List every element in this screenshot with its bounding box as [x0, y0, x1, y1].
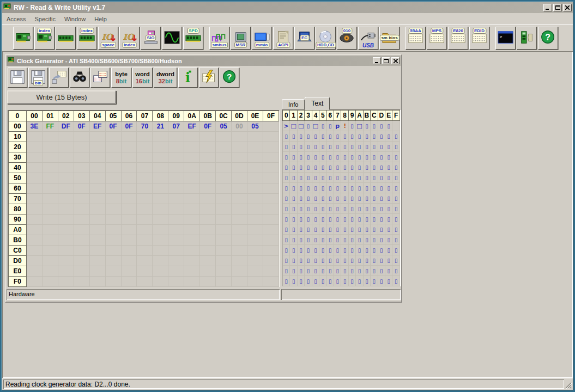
tb-clock-wave[interactable]	[162, 27, 182, 50]
menu-access[interactable]: Access	[2, 15, 30, 23]
hex-cell[interactable]	[137, 256, 153, 266]
hex-cell[interactable]	[168, 152, 184, 163]
hex-cell[interactable]	[153, 225, 168, 235]
hex-cell[interactable]	[89, 246, 105, 256]
hex-cell[interactable]	[42, 142, 58, 152]
hex-cell[interactable]	[184, 204, 200, 215]
hex-cell[interactable]	[137, 235, 153, 246]
hex-cell[interactable]	[247, 277, 263, 287]
hex-cell[interactable]	[263, 204, 279, 215]
clock-window-title-bar[interactable]: Clock Generator - ATI SB400/SB600/SB700/…	[7, 56, 401, 66]
hex-cell[interactable]	[89, 163, 105, 173]
hex-cell[interactable]	[216, 173, 232, 183]
hex-cell[interactable]	[89, 152, 105, 163]
hex-cell[interactable]	[200, 246, 216, 256]
hex-cell[interactable]	[263, 152, 279, 163]
hex-cell[interactable]	[263, 215, 279, 225]
tb-disk-010[interactable]: 010	[337, 27, 357, 50]
minimize-button[interactable]	[543, 4, 552, 11]
hex-cell[interactable]	[200, 163, 216, 173]
hex-cell[interactable]	[121, 183, 137, 194]
hex-cell[interactable]	[58, 266, 74, 277]
hex-cell[interactable]: 3E	[26, 121, 42, 132]
hex-cell[interactable]	[153, 142, 168, 152]
hex-cell[interactable]	[105, 163, 121, 173]
hex-cell[interactable]	[232, 194, 247, 204]
hex-cell[interactable]	[247, 163, 263, 173]
hex-cell[interactable]	[247, 132, 263, 142]
hex-cell[interactable]	[232, 246, 247, 256]
hex-cell[interactable]	[105, 152, 121, 163]
clock-close-button[interactable]	[391, 57, 400, 64]
hex-cell[interactable]	[121, 246, 137, 256]
hex-cell[interactable]	[137, 266, 153, 277]
hex-cell[interactable]	[58, 277, 74, 287]
hex-cell[interactable]	[184, 215, 200, 225]
hex-cell[interactable]	[200, 256, 216, 266]
close-button[interactable]	[563, 4, 572, 11]
tb-console[interactable]: >	[495, 27, 516, 50]
hex-cell[interactable]	[168, 266, 184, 277]
hex-cell[interactable]	[137, 277, 153, 287]
tb-memory[interactable]	[56, 27, 76, 50]
hex-cell[interactable]	[200, 142, 216, 152]
hex-cell[interactable]	[184, 173, 200, 183]
hex-cell[interactable]	[184, 235, 200, 246]
hex-cell[interactable]	[168, 235, 184, 246]
hex-cell[interactable]	[200, 152, 216, 163]
hex-cell[interactable]	[26, 277, 42, 287]
hex-cell[interactable]	[74, 132, 89, 142]
hex-cell[interactable]	[184, 163, 200, 173]
tb-usb[interactable]: USB	[358, 27, 378, 50]
hex-cell[interactable]	[74, 183, 89, 194]
hex-cell[interactable]	[121, 266, 137, 277]
hex-cell[interactable]	[42, 152, 58, 163]
hex-cell[interactable]	[121, 225, 137, 235]
hex-cell[interactable]	[216, 142, 232, 152]
hex-cell[interactable]	[263, 121, 279, 132]
hex-cell[interactable]	[42, 246, 58, 256]
hex-cell[interactable]	[74, 256, 89, 266]
hex-cell[interactable]	[89, 183, 105, 194]
hex-cell[interactable]	[263, 173, 279, 183]
hex-cell[interactable]	[121, 256, 137, 266]
hex-cell[interactable]	[137, 183, 153, 194]
hex-cell[interactable]	[232, 215, 247, 225]
hex-cell[interactable]	[137, 246, 153, 256]
hex-cell[interactable]	[105, 173, 121, 183]
hex-cell[interactable]	[216, 183, 232, 194]
hex-cell[interactable]	[168, 183, 184, 194]
hex-cell[interactable]	[263, 194, 279, 204]
hex-cell[interactable]	[137, 132, 153, 142]
hex-cell[interactable]	[89, 194, 105, 204]
hex-cell[interactable]	[232, 163, 247, 173]
hex-cell[interactable]	[216, 256, 232, 266]
hex-cell[interactable]	[26, 163, 42, 173]
hex-cell[interactable]	[184, 256, 200, 266]
hex-cell[interactable]: EF	[89, 121, 105, 132]
hex-cell[interactable]	[137, 225, 153, 235]
hex-cell[interactable]	[121, 215, 137, 225]
cw-info[interactable]: i	[178, 68, 198, 88]
hex-cell[interactable]	[263, 266, 279, 277]
hex-cell[interactable]	[105, 142, 121, 152]
hex-cell[interactable]	[26, 152, 42, 163]
hex-cell[interactable]	[263, 277, 279, 287]
hex-cell[interactable]	[26, 173, 42, 183]
hex-cell[interactable]	[168, 256, 184, 266]
hex-cell[interactable]	[26, 132, 42, 142]
menu-specific[interactable]: Specific	[30, 15, 60, 23]
hex-cell[interactable]	[42, 215, 58, 225]
hex-cell[interactable]	[89, 204, 105, 215]
hex-cell[interactable]	[105, 235, 121, 246]
hex-cell[interactable]	[200, 132, 216, 142]
hex-cell[interactable]	[89, 235, 105, 246]
hex-cell[interactable]	[168, 142, 184, 152]
tb-smbios[interactable]: sm bios	[379, 27, 400, 50]
hex-cell[interactable]	[89, 256, 105, 266]
maximize-button[interactable]	[553, 4, 562, 11]
hex-cell[interactable]	[105, 204, 121, 215]
hex-cell[interactable]	[184, 152, 200, 163]
hex-cell[interactable]	[58, 215, 74, 225]
hex-cell[interactable]	[200, 225, 216, 235]
